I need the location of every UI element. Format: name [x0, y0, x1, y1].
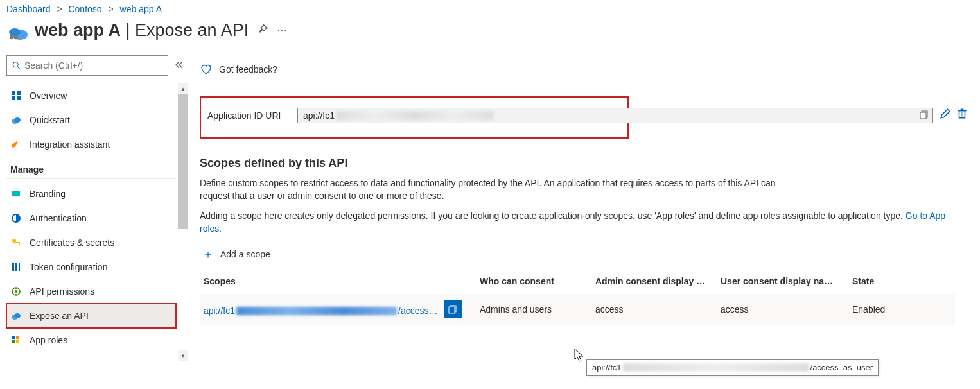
command-bar: Got feedback? — [200, 55, 980, 83]
search-field[interactable] — [24, 60, 162, 71]
svg-rect-18 — [15, 263, 17, 271]
col-admin-consent[interactable]: Admin consent display … — [591, 271, 717, 294]
sidebar-scrollbar[interactable]: ▲ ▼ — [178, 83, 188, 361]
redacted-text — [336, 111, 494, 120]
svg-point-2 — [10, 35, 13, 39]
scroll-up-icon[interactable]: ▲ — [178, 83, 188, 94]
copy-icon — [448, 305, 457, 314]
owners-icon — [10, 359, 22, 361]
svg-rect-9 — [17, 96, 21, 100]
sidebar-item-expose-an-api[interactable]: Expose an API — [6, 304, 176, 328]
more-icon[interactable]: ⋯ — [277, 24, 287, 37]
feedback-button[interactable]: Got feedback? — [200, 63, 277, 76]
svg-rect-26 — [12, 340, 15, 343]
overview-icon — [10, 90, 22, 101]
app-registration-icon — [6, 19, 28, 41]
svg-line-5 — [17, 67, 20, 69]
breadcrumb: Dashboard > Contoso > web app A — [0, 0, 980, 15]
svg-rect-16 — [19, 243, 20, 245]
redacted-text — [623, 363, 809, 372]
svg-point-3 — [14, 35, 18, 39]
authentication-icon — [10, 212, 22, 224]
sidebar-item-label: Owners — [30, 359, 60, 361]
sidebar-item-authentication[interactable]: Authentication — [6, 206, 176, 230]
copy-scope-button[interactable] — [444, 300, 462, 318]
api-permissions-icon — [10, 286, 22, 297]
delete-icon[interactable] — [956, 108, 968, 119]
cell-admin: access — [591, 294, 717, 325]
col-scopes[interactable]: Scopes — [200, 271, 476, 294]
cell-who: Admins and users — [476, 294, 591, 325]
svg-point-4 — [13, 62, 18, 67]
sidebar-item-api-permissions[interactable]: API permissions — [6, 279, 176, 304]
sidebar-section-manage: Manage — [6, 157, 176, 179]
add-scope-button[interactable]: ＋ Add a scope — [202, 246, 980, 262]
col-user-consent[interactable]: User consent display na… — [717, 271, 848, 294]
search-input[interactable] — [6, 55, 168, 76]
collapse-sidebar-icon[interactable] — [175, 60, 184, 71]
table-row[interactable]: api://fc1/access… Admins and users acces… — [200, 294, 955, 325]
svg-rect-39 — [449, 307, 455, 313]
breadcrumb-contoso[interactable]: Contoso — [68, 4, 101, 14]
add-scope-label: Add a scope — [220, 249, 270, 259]
cell-state: Enabled — [848, 294, 955, 325]
sidebar-item-label: API permissions — [30, 286, 94, 297]
sidebar-item-branding[interactable]: Branding — [6, 182, 176, 206]
breadcrumb-webapp[interactable]: web app A — [120, 4, 162, 14]
scope-link[interactable]: api://fc1/access… — [204, 306, 438, 316]
sidebar-item-quickstart[interactable]: Quickstart — [6, 108, 176, 132]
sidebar-item-token-configuration[interactable]: Token configuration — [6, 255, 176, 279]
token-icon — [10, 261, 22, 273]
svg-point-21 — [15, 290, 17, 293]
svg-rect-17 — [12, 263, 14, 271]
cell-user: access — [717, 294, 848, 325]
scroll-thumb[interactable] — [178, 94, 188, 229]
svg-point-11 — [14, 117, 21, 123]
key-icon — [10, 237, 22, 248]
sidebar: Overview Quickstart Integration assistan… — [0, 55, 188, 380]
col-who-can-consent[interactable]: Who can consent — [476, 271, 591, 294]
svg-rect-6 — [12, 91, 15, 95]
sidebar-item-overview[interactable]: Overview — [6, 83, 176, 108]
quickstart-icon — [10, 114, 22, 126]
sidebar-item-certificates-secrets[interactable]: Certificates & secrets — [6, 230, 176, 255]
scopes-description-2: Adding a scope here creates only delegat… — [200, 209, 958, 236]
redacted-text — [236, 307, 397, 315]
sidebar-item-label: Certificates & secrets — [30, 238, 114, 248]
sidebar-item-app-roles[interactable]: App roles — [6, 328, 176, 352]
svg-rect-15 — [15, 242, 20, 243]
svg-point-1 — [9, 28, 21, 36]
search-icon — [12, 61, 21, 70]
col-state[interactable]: State — [848, 271, 955, 294]
expose-api-icon — [10, 310, 22, 322]
svg-rect-19 — [19, 263, 20, 271]
sidebar-item-label: Overview — [30, 91, 67, 101]
app-roles-icon — [10, 334, 22, 346]
branding-icon — [10, 188, 22, 200]
application-id-uri-field[interactable]: api://fc1 — [297, 108, 933, 123]
svg-rect-32 — [920, 112, 926, 119]
scope-tooltip: api://fc1/access_as_user — [586, 359, 879, 376]
sidebar-item-label: Expose an API — [30, 311, 89, 321]
svg-rect-8 — [12, 96, 15, 100]
page-header: web app A | Expose an API ⋯ — [0, 15, 980, 55]
sidebar-item-owners[interactable]: Owners — [6, 352, 176, 361]
copy-icon[interactable] — [920, 110, 929, 121]
scroll-down-icon[interactable]: ▼ — [178, 350, 188, 361]
sidebar-item-label: Token configuration — [30, 262, 107, 272]
svg-rect-24 — [12, 336, 15, 339]
breadcrumb-sep-icon: > — [57, 4, 62, 14]
pin-icon[interactable] — [258, 24, 268, 37]
svg-rect-25 — [16, 336, 19, 339]
sidebar-item-integration-assistant[interactable]: Integration assistant — [6, 132, 176, 157]
application-id-uri-value: api://fc1 — [303, 110, 335, 121]
edit-icon[interactable] — [940, 108, 951, 119]
sidebar-item-label: Integration assistant — [30, 139, 110, 150]
breadcrumb-dashboard[interactable]: Dashboard — [6, 4, 51, 14]
sidebar-item-label: App roles — [30, 335, 67, 345]
svg-rect-7 — [17, 91, 21, 95]
page-title: web app A | Expose an API — [35, 21, 249, 40]
main-content: Got feedback? Application ID URI api://f… — [188, 55, 980, 380]
breadcrumb-sep-icon: > — [109, 4, 114, 14]
rocket-icon — [10, 139, 22, 150]
